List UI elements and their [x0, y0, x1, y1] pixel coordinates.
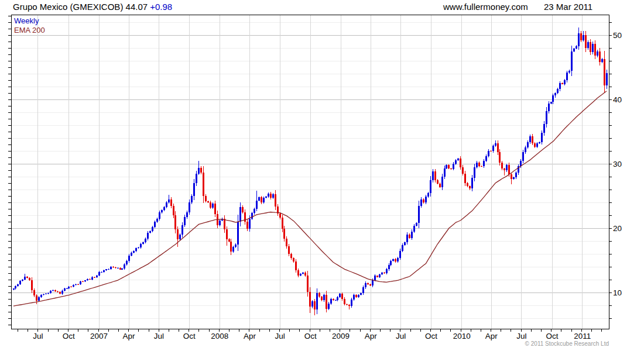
svg-text:Apr: Apr — [365, 332, 378, 340]
svg-text:50: 50 — [613, 31, 622, 40]
svg-text:Jul: Jul — [154, 332, 164, 340]
legend-ema-label: EMA 200 — [14, 26, 45, 35]
svg-text:2007: 2007 — [90, 332, 108, 340]
svg-text:Apr: Apr — [485, 332, 498, 340]
svg-text:Apr: Apr — [244, 332, 256, 340]
svg-text:Oct: Oct — [425, 332, 437, 340]
svg-text:Oct: Oct — [546, 332, 559, 340]
svg-text:40: 40 — [613, 95, 622, 104]
svg-text:30: 30 — [613, 160, 622, 168]
svg-text:2008: 2008 — [211, 332, 228, 340]
svg-text:Jul: Jul — [275, 332, 285, 340]
svg-text:2011: 2011 — [574, 332, 591, 340]
svg-text:Oct: Oct — [63, 332, 75, 340]
price-chart: 1020304050JulOct2007AprJulOct2008AprJulO… — [0, 0, 644, 351]
svg-text:Jul: Jul — [516, 332, 526, 340]
legend-weekly-label: Weekly — [14, 16, 39, 25]
svg-text:10: 10 — [613, 288, 622, 297]
svg-text:20: 20 — [613, 224, 622, 233]
copyright-notice: © 2011 Stockcube Research Ltd — [525, 340, 609, 347]
svg-text:2010: 2010 — [453, 332, 471, 340]
svg-text:Apr: Apr — [123, 332, 136, 340]
svg-text:Oct: Oct — [183, 332, 196, 340]
svg-text:Oct: Oct — [304, 332, 317, 340]
svg-text:2009: 2009 — [332, 332, 350, 340]
chart-window: Grupo Mexico (GMEXICOB) 44.07 +0.98 www.… — [0, 0, 644, 351]
svg-text:Jul: Jul — [33, 332, 43, 340]
svg-text:Jul: Jul — [396, 332, 406, 340]
